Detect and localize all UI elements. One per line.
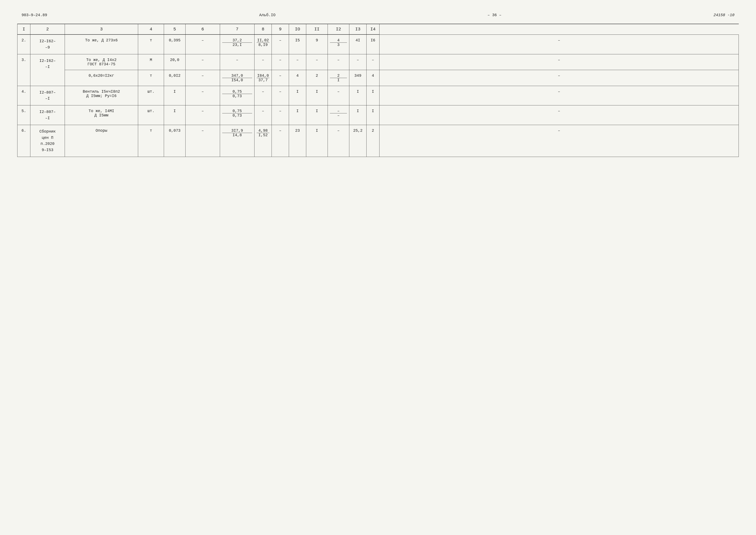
row4-col3: Вентиль I5кчI8п2Д I5мм; Ру=I6 — [65, 86, 138, 105]
row3a-col14: – — [380, 54, 739, 70]
row6-col4: т — [138, 125, 164, 157]
header-right: 24158 -10 — [714, 13, 735, 17]
row5-col6: 0,75 0,73 — [220, 105, 255, 125]
row4-col10: I — [306, 86, 328, 105]
row5-col3: То же, I4МIД I5мм — [65, 105, 138, 125]
row3a-col13: – — [366, 54, 380, 70]
row2-col7: II,02 8,I9 — [255, 35, 272, 54]
header-center-label: Альб.IO — [259, 13, 276, 17]
row3b-col4: т — [138, 70, 164, 86]
col-header-5: 5 — [164, 24, 186, 35]
table-row-2: 2. I2–I62––9 То же, Д 273х6 т 0,395 – 37… — [17, 35, 739, 54]
row3a-col10: – — [306, 54, 328, 70]
table-row-4: 4. I2–807––I Вентиль I5кчI8п2Д I5мм; Ру=… — [17, 86, 739, 105]
table-row-5: 5. I2–807––I То же, I4МIД I5мм шт. I – 0… — [17, 105, 739, 125]
row3b-col10: 2 — [306, 70, 328, 86]
row6-col12: 25,2 — [349, 125, 366, 157]
row6-col10: I — [306, 125, 328, 157]
row-num-3: 3. — [17, 54, 30, 86]
row3b-col9: 4 — [289, 70, 306, 86]
row3-col2: I2–I62––I — [30, 54, 65, 86]
row4-col9: I — [289, 86, 306, 105]
row6-col13: 2 — [366, 125, 380, 157]
row6-col6: 3I7,9 I4,8 — [220, 125, 255, 157]
row-num-4: 4. — [17, 86, 30, 105]
page-header: 903–9–24.89 Альб.IO – 36 – 24158 -10 — [17, 13, 739, 17]
row6-col7: 4,98 I,52 — [255, 125, 272, 157]
table-header-row: I 2 3 4 5 6 7 8 9 IO II I2 I3 I4 — [17, 24, 739, 35]
row3b-col6-dash: – — [186, 70, 220, 86]
row4-col6: 0,75 0,73 — [220, 86, 255, 105]
row5-col5: I — [164, 105, 186, 125]
row5-col7: – — [255, 105, 272, 125]
row3a-col5: 20,0 — [164, 54, 186, 70]
row3a-col4: М — [138, 54, 164, 70]
col-header-9: 9 — [272, 24, 289, 35]
row4-col12: I — [349, 86, 366, 105]
row5-col10: I — [306, 105, 328, 125]
row3b-col13: 4 — [366, 70, 380, 86]
col-header-11: II — [306, 24, 328, 35]
row2-col14: – — [380, 35, 739, 54]
row3b-col6: 347,0 I54,0 — [220, 70, 255, 86]
row2-col13: I6 — [366, 35, 380, 54]
col-header-7: 7 — [220, 24, 255, 35]
col-header-12: I2 — [328, 24, 349, 35]
row6-col5: 0,073 — [164, 125, 186, 157]
row5-col12: I — [349, 105, 366, 125]
row6-col9: 23 — [289, 125, 306, 157]
col-header-13: I3 — [349, 24, 366, 35]
row3a-col12: – — [349, 54, 366, 70]
row3b-col8: – — [272, 70, 289, 86]
table-row-3b: 0,6х20=I2кг т 0,0I2 – 347,0 I54,0 I84,0 … — [17, 70, 739, 86]
row5-col9: I — [289, 105, 306, 125]
row-num-2: 2. — [17, 35, 30, 54]
row4-col8: – — [272, 86, 289, 105]
row5-col4: шт. — [138, 105, 164, 125]
col-header-2: 2 — [30, 24, 65, 35]
main-table: I 2 3 4 5 6 7 8 9 IO II I2 I3 I4 2. I2–I… — [17, 24, 739, 157]
row4-col11: – — [328, 86, 349, 105]
row2-col2: I2–I62––9 — [30, 35, 65, 54]
row4-col6-dash: – — [186, 86, 220, 105]
row5-col13: I — [366, 105, 380, 125]
row4-col4: шт. — [138, 86, 164, 105]
row4-col2: I2–807––I — [30, 86, 65, 105]
row3b-col5: 0,0I2 — [164, 70, 186, 86]
col-header-10: IO — [289, 24, 306, 35]
row3b-col14: – — [380, 70, 739, 86]
row6-col8: – — [272, 125, 289, 157]
row6-col3: Опоры — [65, 125, 138, 157]
row2-col5: 0,395 — [164, 35, 186, 54]
row2-col6-dash: – — [186, 35, 220, 54]
row-num-5: 5. — [17, 105, 30, 125]
header-dash: – 36 – — [487, 13, 501, 17]
row4-col13: I — [366, 86, 380, 105]
row2-col6: 37,2 23,I — [220, 35, 255, 54]
row3b-col3: 0,6х20=I2кг — [65, 70, 138, 86]
row5-col2: I2–807––I — [30, 105, 65, 125]
row5-col8: – — [272, 105, 289, 125]
row2-col10: 9 — [306, 35, 328, 54]
row2-col3: То же, Д 273х6 — [65, 35, 138, 54]
row6-col11: – — [328, 125, 349, 157]
row6-col14: – — [380, 125, 739, 157]
row5-col11: – – — [328, 105, 349, 125]
table-row-3: 3. I2–I62––I То же, Д I4х2ГОСТ 8734-75 М… — [17, 54, 739, 70]
row4-col14: – — [380, 86, 739, 105]
row6-col2: Сборникцен Пп.20209–I53 — [30, 125, 65, 157]
col-header-14: I4 — [366, 24, 380, 35]
row4-col7: – — [255, 86, 272, 105]
row3a-col7: – — [255, 54, 272, 70]
col-header-8: 8 — [255, 24, 272, 35]
row3b-col7: I84,0 37,7 — [255, 70, 272, 86]
col-header-4: 4 — [138, 24, 164, 35]
col-header-3: 3 — [65, 24, 138, 35]
row3a-col3: То же, Д I4х2ГОСТ 8734-75 — [65, 54, 138, 70]
row3b-col12: 349 — [349, 70, 366, 86]
row3b-col11: 2 I — [328, 70, 349, 86]
row6-col6-dash: – — [186, 125, 220, 157]
row2-col11: 4 3 — [328, 35, 349, 54]
row3a-col8: – — [272, 54, 289, 70]
row2-col8: – — [272, 35, 289, 54]
